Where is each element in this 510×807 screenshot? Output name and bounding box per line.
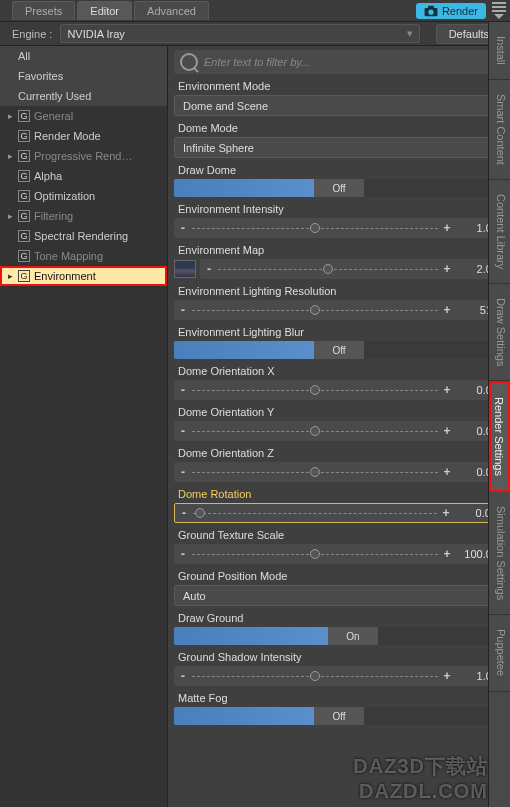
- dome-orientation-x-slider[interactable]: - + 0.00: [174, 380, 504, 400]
- draw-dome-toggle[interactable]: Off: [174, 179, 504, 197]
- right-panel-tabs: Install Smart Content Content Library Dr…: [488, 22, 510, 807]
- prop-ground-position-mode: Ground Position Mode Auto▾: [174, 568, 504, 606]
- svg-rect-2: [428, 5, 434, 8]
- search-input[interactable]: [204, 56, 498, 68]
- minus-icon[interactable]: -: [178, 424, 188, 438]
- prop-dome-orientation-z: Dome Orientation Z - + 0.00: [174, 445, 504, 482]
- plus-icon[interactable]: +: [442, 303, 452, 317]
- vtab-content-library[interactable]: Content Library: [489, 180, 510, 284]
- render-button[interactable]: Render: [416, 3, 486, 19]
- render-button-label: Render: [442, 5, 478, 17]
- ground-texture-scale-slider[interactable]: - + 100.00: [174, 544, 504, 564]
- tab-advanced[interactable]: Advanced: [134, 1, 209, 20]
- prop-environment-intensity: Environment Intensity - + 1.00: [174, 201, 504, 238]
- plus-icon[interactable]: +: [442, 465, 452, 479]
- dome-rotation-slider[interactable]: - + 0.00: [174, 503, 504, 523]
- environment-map-thumbnail[interactable]: [174, 260, 196, 278]
- prop-environment-mode: Environment Mode⚙ Dome and Scene▾: [174, 78, 504, 116]
- g-badge-icon: G: [18, 250, 30, 262]
- plus-icon[interactable]: +: [442, 424, 452, 438]
- vtab-simulation-settings[interactable]: Simulation Settings: [489, 492, 510, 615]
- draw-ground-toggle[interactable]: On: [174, 627, 504, 645]
- tab-editor[interactable]: Editor: [77, 1, 132, 20]
- g-badge-icon: G: [18, 130, 30, 142]
- vtab-puppeteer[interactable]: Puppetee: [489, 615, 510, 691]
- svg-point-1: [428, 9, 433, 14]
- dome-mode-select[interactable]: Infinite Sphere▾: [174, 137, 504, 158]
- sidebar-item-spectral-rendering[interactable]: GSpectral Rendering: [0, 226, 167, 246]
- environment-mode-select[interactable]: Dome and Scene▾: [174, 95, 504, 116]
- sidebar-item-optimization[interactable]: GOptimization: [0, 186, 167, 206]
- sidebar: All Favorites Currently Used ▸GGeneral G…: [0, 46, 168, 807]
- ground-position-mode-select[interactable]: Auto▾: [174, 585, 504, 606]
- expand-icon[interactable]: ▸: [6, 271, 14, 281]
- matte-fog-toggle[interactable]: Off: [174, 707, 504, 725]
- vtab-smart-content[interactable]: Smart Content: [489, 80, 510, 180]
- prop-matte-fog: Matte Fog Off: [174, 690, 504, 725]
- dome-orientation-y-slider[interactable]: - + 0.00: [174, 421, 504, 441]
- g-badge-icon: G: [18, 230, 30, 242]
- plus-icon[interactable]: +: [442, 262, 452, 276]
- minus-icon[interactable]: -: [179, 506, 189, 520]
- sidebar-all[interactable]: All: [0, 46, 167, 66]
- minus-icon[interactable]: -: [178, 221, 188, 235]
- minus-icon[interactable]: -: [178, 303, 188, 317]
- engine-select[interactable]: NVIDIA Iray ▾: [60, 24, 419, 43]
- sidebar-item-general[interactable]: ▸GGeneral: [0, 106, 167, 126]
- minus-icon[interactable]: -: [204, 262, 214, 276]
- expand-icon[interactable]: ▸: [6, 151, 14, 161]
- prop-environment-lighting-resolution: Environment Lighting Resolution - + 512: [174, 283, 504, 320]
- prop-environment-map: Environment Map - + 2.00: [174, 242, 504, 279]
- environment-lighting-blur-toggle[interactable]: Off: [174, 341, 504, 359]
- minus-icon[interactable]: -: [178, 465, 188, 479]
- engine-row: Engine : NVIDIA Iray ▾ Defaults: [0, 22, 510, 46]
- g-badge-icon: G: [18, 150, 30, 162]
- sidebar-item-environment[interactable]: ▸GEnvironment: [0, 266, 167, 286]
- sidebar-item-render-mode[interactable]: GRender Mode: [0, 126, 167, 146]
- vtab-install[interactable]: Install: [489, 22, 510, 80]
- vtab-draw-settings[interactable]: Draw Settings: [489, 284, 510, 381]
- prop-ground-texture-scale: Ground Texture Scale - + 100.00: [174, 527, 504, 564]
- minus-icon[interactable]: -: [178, 383, 188, 397]
- prop-ground-shadow-intensity: Ground Shadow Intensity - + 1.00: [174, 649, 504, 686]
- g-badge-icon: G: [18, 110, 30, 122]
- search-icon[interactable]: [180, 53, 198, 71]
- sidebar-favorites[interactable]: Favorites: [0, 66, 167, 86]
- engine-label: Engine :: [12, 28, 52, 40]
- g-badge-icon: G: [18, 170, 30, 182]
- plus-icon[interactable]: +: [442, 669, 452, 683]
- g-badge-icon: G: [18, 210, 30, 222]
- plus-icon[interactable]: +: [442, 547, 452, 561]
- sidebar-currently-used[interactable]: Currently Used: [0, 86, 167, 106]
- prop-draw-dome: Draw Dome Off: [174, 162, 504, 197]
- engine-value: NVIDIA Iray: [67, 28, 124, 40]
- tab-presets[interactable]: Presets: [12, 1, 75, 20]
- prop-environment-lighting-blur: Environment Lighting Blur Off: [174, 324, 504, 359]
- prop-dome-orientation-x: Dome Orientation X - + 0.00: [174, 363, 504, 400]
- sidebar-item-progressive-rendering[interactable]: ▸GProgressive Rend…: [0, 146, 167, 166]
- environment-map-slider[interactable]: - + 2.00: [200, 259, 504, 279]
- environment-lighting-resolution-slider[interactable]: - + 512: [174, 300, 504, 320]
- environment-intensity-slider[interactable]: - + 1.00: [174, 218, 504, 238]
- sidebar-item-tone-mapping[interactable]: GTone Mapping: [0, 246, 167, 266]
- dome-orientation-z-slider[interactable]: - + 0.00: [174, 462, 504, 482]
- prop-dome-rotation: Dome Rotation - + 0.00: [174, 486, 504, 523]
- sidebar-item-filtering[interactable]: ▸GFiltering: [0, 206, 167, 226]
- prop-draw-ground: Draw Ground On: [174, 610, 504, 645]
- expand-icon[interactable]: ▸: [6, 111, 14, 121]
- plus-icon[interactable]: +: [442, 383, 452, 397]
- panel-menu-icon[interactable]: [492, 2, 506, 19]
- plus-icon[interactable]: +: [441, 506, 451, 520]
- sidebar-item-alpha[interactable]: GAlpha: [0, 166, 167, 186]
- minus-icon[interactable]: -: [178, 547, 188, 561]
- g-badge-icon: G: [18, 270, 30, 282]
- ground-shadow-intensity-slider[interactable]: - + 1.00: [174, 666, 504, 686]
- minus-icon[interactable]: -: [178, 669, 188, 683]
- search-bar: [174, 50, 504, 74]
- vtab-render-settings[interactable]: Render Settings: [489, 381, 510, 492]
- property-panel: Environment Mode⚙ Dome and Scene▾ Dome M…: [168, 46, 510, 807]
- prop-dome-orientation-y: Dome Orientation Y - + 0.00: [174, 404, 504, 441]
- main-split: All Favorites Currently Used ▸GGeneral G…: [0, 46, 510, 807]
- plus-icon[interactable]: +: [442, 221, 452, 235]
- expand-icon[interactable]: ▸: [6, 211, 14, 221]
